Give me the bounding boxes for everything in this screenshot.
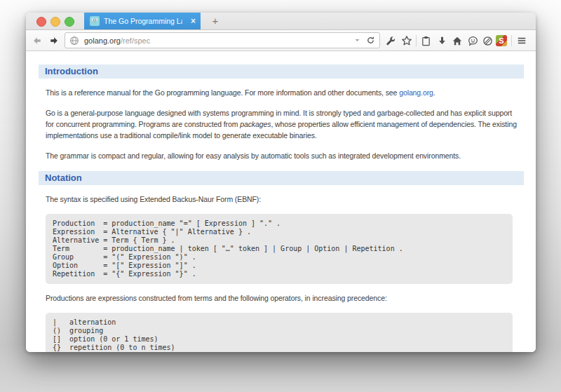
zoom-window-button[interactable] [65,17,74,27]
wrench-button[interactable] [384,34,397,47]
forward-button[interactable] [48,34,60,47]
home-icon [452,36,463,46]
intro-paragraph-1: This is a reference manual for the Go pr… [46,87,520,98]
code-block-ebnf: Production = production_name "=" [ Expre… [46,214,513,284]
notation-paragraph-2: Productions are expressions constructed … [46,292,520,304]
download-icon [437,36,447,46]
urlbar-dropdown-icon[interactable] [354,37,360,43]
tab-title: The Go Programming Lang... [104,17,182,25]
packages-italic: packages [240,120,271,128]
extension-button[interactable] [481,34,494,47]
clipboard-button[interactable] [419,34,432,47]
tab-bar: The Go Programming Lang... × + [26,13,536,30]
reload-icon [366,36,375,45]
section-heading-introduction: Introduction [39,65,524,79]
back-button[interactable] [30,34,43,47]
intro-p1-text: This is a reference manual for the Go pr… [46,88,399,97]
close-window-button[interactable] [36,17,46,27]
menu-icon [516,36,527,46]
minimize-window-button[interactable] [50,17,60,27]
intro-p1-period: . [433,88,435,97]
active-tab[interactable]: The Go Programming Lang... × [84,13,201,29]
browser-window: The Go Programming Lang... × + g [26,13,536,352]
bookmark-button[interactable] [400,34,413,47]
url-bar[interactable]: golang.org/ref/spec [65,32,380,48]
go-spec-page: Introduction This is a reference manual … [26,51,536,352]
bookmark-star-icon [401,35,412,46]
golang-org-link[interactable]: golang.org [399,88,433,97]
wrench-icon [386,36,396,46]
intro-paragraph-2: Go is a general-purpose language designe… [46,107,520,141]
url-domain: golang.org [84,36,121,45]
clipboard-icon [421,36,431,46]
stylish-button[interactable]: S [495,34,508,47]
intro-paragraph-3: The grammar is compact and regular, allo… [46,150,520,161]
chat-smiley-icon [468,36,478,46]
tab-close-icon[interactable]: × [191,17,196,25]
forward-icon [49,36,60,46]
reload-button[interactable] [366,36,375,45]
globe-icon [69,36,79,46]
stylish-s-icon: S [496,35,507,46]
download-button[interactable] [435,34,448,47]
back-icon [32,36,42,46]
section-heading-notation: Notation [39,171,524,185]
url-path: /ref/spec [121,36,150,45]
menu-button[interactable] [515,34,528,47]
navigation-toolbar: golang.org/ref/spec [26,30,536,51]
hatched-circle-icon [482,36,493,46]
browser-viewport: Introduction This is a reference manual … [26,51,536,352]
toolbar-separator [511,35,512,46]
notation-paragraph-1: The syntax is specified using Extended B… [46,194,520,205]
chat-button[interactable] [466,34,479,47]
home-button[interactable] [451,34,464,47]
url-text: golang.org/ref/spec [84,36,150,45]
new-tab-button[interactable]: + [208,14,222,28]
toolbar-separator [416,35,417,46]
go-gopher-favicon-icon [90,16,100,26]
code-block-operators: | alternation () grouping [] option (0 o… [46,313,513,352]
